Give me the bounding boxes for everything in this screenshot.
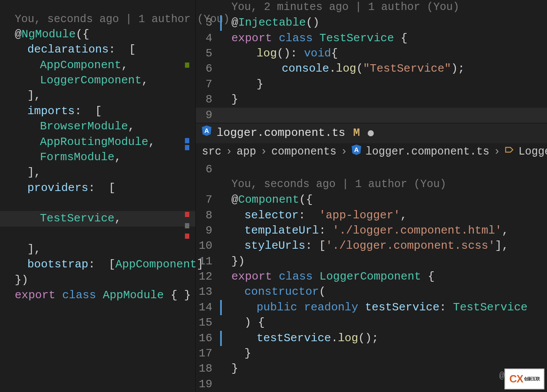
- line-number[interactable]: 14: [196, 300, 222, 315]
- code-line[interactable]: ) {: [222, 315, 547, 330]
- svg-text:A: A: [354, 146, 359, 153]
- tab-bar: A logger.component.ts M: [196, 123, 547, 143]
- line-number[interactable]: 6: [196, 162, 222, 177]
- code-line[interactable]: log(): void{: [222, 46, 547, 61]
- code-line[interactable]: declarations: [: [0, 42, 195, 57]
- line-number[interactable]: 12: [196, 269, 222, 284]
- line-number[interactable]: 7: [196, 192, 222, 208]
- line-number[interactable]: 8: [196, 208, 222, 223]
- angular-icon: A: [352, 145, 361, 160]
- code-line[interactable]: @NgModule({: [0, 27, 195, 42]
- code-line[interactable]: TestService,: [0, 211, 195, 226]
- code-line[interactable]: }): [222, 254, 547, 269]
- code-line[interactable]: ],: [0, 242, 195, 257]
- breadcrumb-segment[interactable]: logger.component.ts: [366, 145, 489, 159]
- code-line[interactable]: AppRoutingModule,: [0, 135, 195, 150]
- code-line[interactable]: }: [222, 361, 547, 376]
- code-line[interactable]: templateUrl: './logger.component.html',: [222, 223, 547, 238]
- breadcrumb-segment[interactable]: src: [202, 145, 221, 159]
- code-line[interactable]: AppComponent,: [0, 58, 195, 73]
- line-number[interactable]: 19: [196, 377, 222, 392]
- line-number[interactable]: 17: [196, 346, 222, 361]
- line-number[interactable]: 9: [196, 223, 222, 238]
- code-line[interactable]: ],: [0, 88, 195, 103]
- line-number[interactable]: 15: [196, 315, 222, 330]
- code-line[interactable]: testService.log();: [222, 331, 547, 346]
- code-line[interactable]: [222, 108, 547, 123]
- chevron-right-icon: ›: [226, 145, 232, 159]
- code-line[interactable]: LoggerComponent,: [0, 73, 195, 88]
- logo-badge: CX 创新互联: [504, 369, 544, 389]
- code-line[interactable]: constructor(: [222, 284, 547, 300]
- code-line[interactable]: export class LoggerComponent {: [222, 269, 547, 284]
- line-number[interactable]: 10: [196, 238, 222, 254]
- line-number[interactable]: 3: [196, 15, 222, 30]
- code-line[interactable]: export class TestService {: [222, 31, 547, 46]
- tab-dirty-dot-icon[interactable]: [368, 130, 374, 136]
- top-editor[interactable]: You, 2 minutes ago | 1 author (You) 3@In…: [196, 0, 547, 123]
- code-line[interactable]: imports: [: [0, 104, 195, 119]
- code-line[interactable]: ],: [0, 165, 195, 180]
- svg-text:A: A: [204, 128, 209, 135]
- gitlens-annotation: You, seconds ago | 1 author (You): [222, 177, 547, 192]
- code-line[interactable]: [0, 227, 195, 242]
- line-number[interactable]: 13: [196, 284, 222, 300]
- line-number[interactable]: 8: [196, 92, 222, 107]
- code-line[interactable]: @Component({: [222, 192, 547, 208]
- code-line[interactable]: [0, 196, 195, 211]
- bottom-editor[interactable]: 6 You, seconds ago | 1 author (You) 7@Co…: [196, 161, 547, 392]
- gutter: [196, 0, 222, 15]
- code-line[interactable]: }: [222, 77, 547, 92]
- tab-filename[interactable]: logger.component.ts: [217, 125, 345, 141]
- line-number[interactable]: 9: [196, 108, 222, 123]
- gutter: [196, 177, 222, 192]
- line-number[interactable]: 7: [196, 77, 222, 92]
- breadcrumb[interactable]: src › app › components › A logger.compon…: [196, 143, 547, 161]
- line-number[interactable]: 18: [196, 361, 222, 376]
- code-line[interactable]: }): [0, 273, 195, 288]
- logo-cx: CX: [509, 372, 523, 386]
- class-icon: [504, 145, 514, 159]
- line-number[interactable]: 5: [196, 46, 222, 61]
- line-number[interactable]: 6: [196, 61, 222, 76]
- gitlens-annotation: You, seconds ago | 1 author (You): [0, 12, 195, 27]
- code-line[interactable]: export class AppModule { }: [0, 288, 195, 303]
- chevron-right-icon: ›: [341, 145, 347, 159]
- code-line[interactable]: @Injectable(): [222, 15, 547, 30]
- line-number[interactable]: 11: [196, 254, 222, 269]
- chevron-right-icon: ›: [494, 145, 500, 159]
- code-line[interactable]: selector: 'app-logger',: [222, 208, 547, 223]
- tab-modified-indicator: M: [350, 125, 362, 141]
- line-number[interactable]: 4: [196, 31, 222, 46]
- code-line[interactable]: providers: [: [0, 181, 195, 196]
- code-line[interactable]: styleUrls: ['./logger.component.scss'],: [222, 238, 547, 254]
- gitlens-annotation: You, 2 minutes ago | 1 author (You): [222, 0, 547, 15]
- left-editor[interactable]: You, seconds ago | 1 author (You) @NgMod…: [0, 0, 195, 392]
- code-line[interactable]: console.log("TestService");: [222, 61, 547, 76]
- line-number[interactable]: 16: [196, 331, 222, 346]
- code-line[interactable]: BrowserModule,: [0, 119, 195, 134]
- logo-text: 创新互联: [524, 377, 540, 381]
- angular-icon: A: [202, 125, 211, 141]
- breadcrumb-symbol[interactable]: LoggerCo: [518, 145, 547, 159]
- overview-ruler[interactable]: [185, 0, 192, 392]
- code-line[interactable]: }: [222, 92, 547, 107]
- chevron-right-icon: ›: [260, 145, 267, 159]
- code-line[interactable]: public readonly testService: TestService: [222, 300, 547, 315]
- code-line[interactable]: FormsModule,: [0, 150, 195, 165]
- code-line[interactable]: }: [222, 346, 547, 361]
- code-line[interactable]: bootstrap: [AppComponent]: [0, 257, 195, 272]
- breadcrumb-segment[interactable]: app: [237, 145, 256, 159]
- breadcrumb-segment[interactable]: components: [271, 145, 336, 159]
